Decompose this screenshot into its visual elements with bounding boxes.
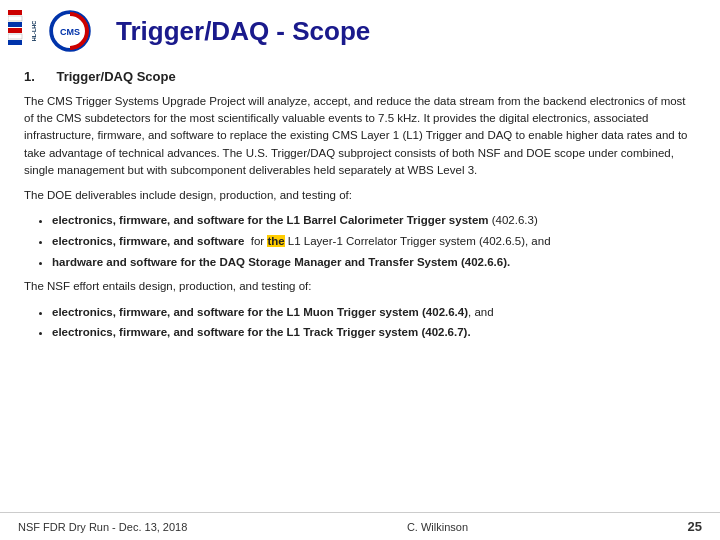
logos-svg: HL-LHC CMS: [8, 8, 96, 54]
svg-text:HL-LHC: HL-LHC: [31, 21, 37, 41]
svg-rect-1: [8, 10, 22, 15]
doe-list: electronics, firmware, and software for …: [52, 212, 696, 270]
slide-header: HL-LHC CMS Trigger/DAQ - Scope: [0, 0, 720, 60]
svg-rect-4: [8, 28, 22, 33]
slide-footer: NSF FDR Dry Run - Dec. 13, 2018 C. Wilki…: [0, 512, 720, 540]
svg-rect-6: [8, 40, 22, 45]
section-number: 1.: [24, 69, 35, 84]
section-heading: 1. Trigger/DAQ Scope: [24, 68, 696, 87]
item-bold: electronics, firmware, and software for …: [52, 306, 468, 318]
logo-area: HL-LHC CMS: [8, 8, 96, 54]
list-item: electronics, firmware, and software for …: [52, 324, 696, 341]
page-title: Trigger/DAQ - Scope: [116, 16, 370, 47]
list-item: electronics, firmware, and software for …: [52, 212, 696, 229]
item-rest: , and: [468, 306, 494, 318]
footer-left: NSF FDR Dry Run - Dec. 13, 2018: [18, 521, 187, 533]
item-bold: hardware and software for the DAQ Storag…: [52, 256, 510, 268]
highlight-the: the: [267, 235, 284, 247]
svg-rect-3: [8, 22, 22, 27]
item-bold: electronics, firmware, and software for …: [52, 214, 489, 226]
paragraph-1: The CMS Trigger Systems Upgrade Project …: [24, 93, 696, 179]
section-title: Trigger/DAQ Scope: [56, 69, 175, 84]
list-item: electronics, firmware, and software for …: [52, 304, 696, 321]
list-item: electronics, firmware, and software for …: [52, 233, 696, 250]
item-bold: electronics, firmware, and software for …: [52, 326, 471, 338]
list-item: hardware and software for the DAQ Storag…: [52, 254, 696, 271]
nsf-list: electronics, firmware, and software for …: [52, 304, 696, 341]
paragraph-2: The DOE deliverables include design, pro…: [24, 187, 696, 204]
item-rest: (402.6.3): [492, 214, 538, 226]
svg-text:CMS: CMS: [60, 27, 80, 37]
footer-center: C. Wilkinson: [407, 521, 468, 533]
svg-rect-5: [8, 34, 22, 39]
paragraph-3: The NSF effort entails design, productio…: [24, 278, 696, 295]
footer-page-number: 25: [688, 519, 702, 534]
item-bold: electronics, firmware, and software: [52, 235, 244, 247]
svg-rect-2: [8, 16, 22, 21]
slide-content: 1. Trigger/DAQ Scope The CMS Trigger Sys…: [0, 60, 720, 357]
